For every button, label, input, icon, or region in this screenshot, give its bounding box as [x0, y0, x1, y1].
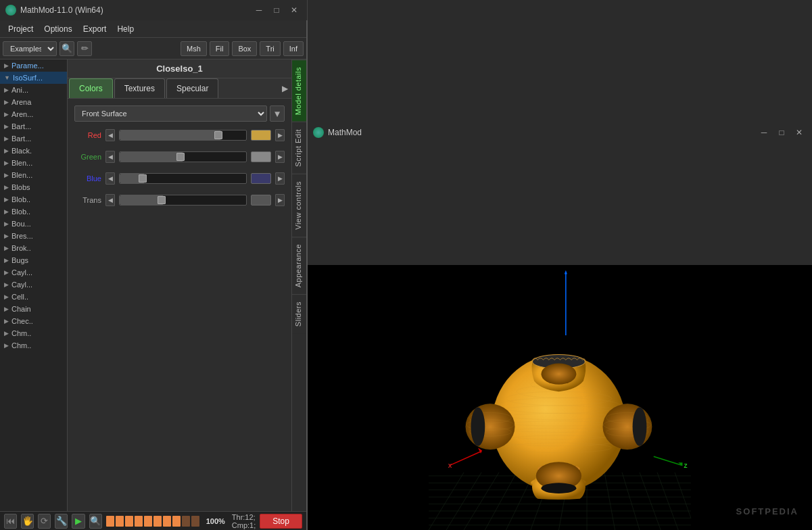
list-item-cell[interactable]: ▶Cell.. [0, 291, 67, 303]
status-text: Thr:12; Cmp:1; [232, 513, 256, 529]
list-item-arena2[interactable]: ▶Aren... [0, 108, 67, 120]
restore-btn-right[interactable]: □ [774, 126, 789, 139]
list-item-black[interactable]: ▶Black. [0, 145, 67, 157]
red-slider-track[interactable] [119, 130, 247, 141]
menu-export[interactable]: Export [78, 23, 112, 35]
vtab-appearance[interactable]: Appearance [292, 237, 307, 294]
wrench-btn[interactable]: 🔧 [55, 514, 68, 529]
surface-dropdown-arrow[interactable]: ▼ [270, 105, 285, 122]
examples-dropdown[interactable]: Examples (3 [3, 41, 57, 56]
menu-options[interactable]: Options [39, 23, 77, 35]
label-trans: Trans [74, 196, 101, 204]
prog-seg-2 [116, 516, 124, 527]
progress-bar [106, 516, 199, 527]
status-bar: ⏮ 🖐 ⟳ 🔧 ▶ 🔍 100% [0, 511, 306, 530]
zoom-btn[interactable]: 🔍 [89, 514, 102, 529]
close-btn-left[interactable]: ✕ [287, 4, 302, 16]
play-btn[interactable]: ▶ [72, 514, 85, 529]
left-win-controls: ─ □ ✕ [252, 4, 302, 16]
list-item-arena1[interactable]: ▶Arena [0, 96, 67, 108]
vtab-script-edit[interactable]: Script Edit [292, 122, 307, 174]
list-item-chain[interactable]: ▶Chain [0, 303, 67, 315]
trans-slider-track[interactable] [119, 195, 247, 206]
color-row-blue: Blue ◀ ▶ [74, 170, 285, 187]
edit-icon-btn[interactable]: ✏ [77, 41, 92, 56]
trans-slider-thumb[interactable] [158, 196, 166, 204]
menu-project[interactable]: Project [3, 23, 39, 35]
minimize-btn-right[interactable]: ─ [757, 126, 771, 139]
vertical-tabs: Model details Script Edit View controls … [291, 59, 306, 511]
red-slider-right[interactable]: ▶ [275, 129, 285, 141]
label-blue: Blue [74, 174, 101, 183]
blue-slider-left[interactable]: ◀ [105, 172, 115, 185]
msh-btn[interactable]: Msh [181, 41, 207, 56]
list-item-isosurf[interactable]: ▼IsoSurf... [0, 72, 67, 84]
menu-help[interactable]: Help [112, 23, 139, 35]
restore-btn-left[interactable]: □ [269, 4, 284, 16]
scene-svg: X Z [308, 265, 812, 530]
list-item-chm2[interactable]: ▶Chm.. [0, 339, 67, 352]
list-item-cayl2[interactable]: ▶Cayl... [0, 279, 67, 291]
panel-header: CloseIso_1 [68, 59, 291, 78]
list-item-cayl1[interactable]: ▶Cayl... [0, 266, 67, 279]
search-icon-btn[interactable]: 🔍 [59, 41, 74, 56]
prog-seg-6 [153, 516, 162, 527]
trans-slider-right[interactable]: ▶ [275, 194, 285, 206]
red-slider-left[interactable]: ◀ [105, 129, 115, 141]
list-item-blob1[interactable]: ▶Blob.. [0, 193, 67, 206]
list-item-bugs[interactable]: ▶Bugs [0, 254, 67, 266]
list-item-blen1[interactable]: ▶Blen... [0, 157, 67, 169]
viewport[interactable]: X Z SOFTPEDIA [308, 265, 812, 530]
right-titlebar: MathMod ─ □ ✕ [308, 0, 812, 265]
blue-slider-right[interactable]: ▶ [275, 172, 285, 185]
list-item-bres[interactable]: ▶Bres... [0, 230, 67, 242]
list-item-brok[interactable]: ▶Brok.. [0, 242, 67, 254]
blue-slider-track[interactable] [119, 173, 247, 184]
list-item-blobs[interactable]: ▶Blobs [0, 181, 67, 193]
progress-text: 100% [206, 517, 225, 525]
green-slider-left[interactable]: ◀ [105, 151, 115, 163]
rotate-btn[interactable]: ⟳ [38, 514, 51, 529]
surface-dropdown[interactable]: Front Surface [74, 105, 267, 122]
hand-btn[interactable]: 🖐 [21, 514, 34, 529]
list-item-blen2[interactable]: ▶Blen... [0, 169, 67, 181]
menubar: Project Options Export Help [0, 20, 306, 38]
list-item-bou[interactable]: ▶Bou... [0, 218, 67, 230]
green-slider-right[interactable]: ▶ [275, 151, 285, 163]
tab-textures[interactable]: Textures [114, 78, 165, 98]
item-list: ▶Parame... ▼IsoSurf... ▶Ani... ▶Arena ▶A… [0, 59, 68, 511]
list-item-bart2[interactable]: ▶Bart... [0, 132, 67, 145]
list-item-chm1[interactable]: ▶Chm.. [0, 327, 67, 339]
list-item-bart1[interactable]: ▶Bart... [0, 120, 67, 132]
inf-btn[interactable]: Inf [283, 41, 304, 56]
tab-scroll-right[interactable]: ▶ [279, 78, 290, 98]
fil-btn[interactable]: Fil [210, 41, 230, 56]
play-prev-btn[interactable]: ⏮ [4, 514, 17, 529]
list-item-ani[interactable]: ▶Ani... [0, 84, 67, 96]
label-red: Red [74, 131, 101, 139]
prog-seg-8 [172, 516, 181, 527]
green-slider-fill [120, 152, 183, 162]
red-color-swatch [251, 130, 271, 141]
list-item-parame[interactable]: ▶Parame... [0, 59, 67, 72]
list-item-blob2[interactable]: ▶Blob.. [0, 206, 67, 218]
tab-specular[interactable]: Specular [166, 78, 218, 98]
blue-slider-thumb[interactable] [139, 174, 147, 183]
trans-slider-left[interactable]: ◀ [105, 194, 115, 206]
green-slider-thumb[interactable] [176, 153, 185, 161]
red-slider-thumb[interactable] [214, 131, 222, 139]
vtab-model-details[interactable]: Model details [292, 59, 307, 122]
box-btn[interactable]: Box [232, 41, 257, 56]
stop-btn[interactable]: Stop [260, 514, 302, 529]
tab-colors[interactable]: Colors [69, 78, 113, 98]
minimize-btn-left[interactable]: ─ [252, 4, 266, 16]
blue-color-swatch [251, 173, 271, 184]
surface-dropdown-row: Front Surface ▼ [74, 105, 285, 122]
vtab-sliders[interactable]: Sliders [292, 294, 307, 333]
close-btn-right[interactable]: ✕ [792, 126, 807, 139]
list-item-chec[interactable]: ▶Chec.. [0, 315, 67, 327]
green-slider-track[interactable] [119, 151, 247, 162]
vtab-view-controls[interactable]: View controls [292, 174, 307, 237]
tri-btn[interactable]: Tri [260, 41, 280, 56]
prog-seg-5 [144, 516, 152, 527]
